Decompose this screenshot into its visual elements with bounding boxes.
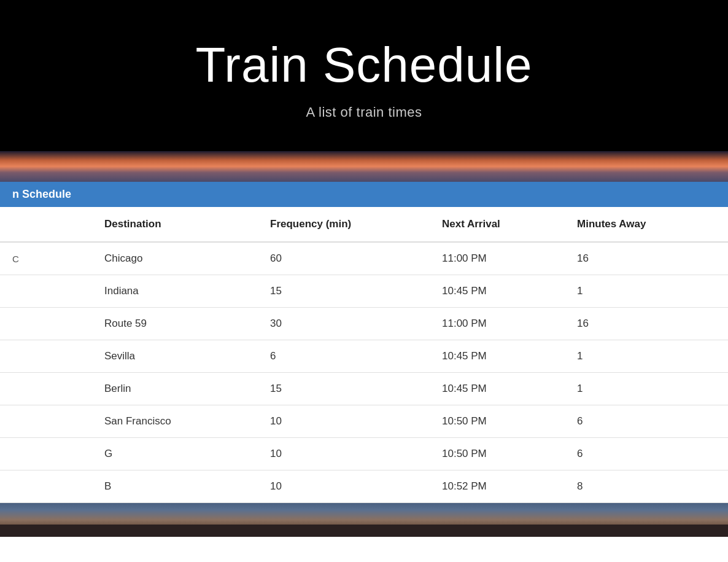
cell-frequency: 10 <box>258 438 430 470</box>
cell-next-arrival: 10:45 PM <box>430 340 565 373</box>
cell-destination: G <box>92 438 258 470</box>
cell-next-arrival: 11:00 PM <box>430 242 565 275</box>
hero-section: Train Schedule A list of train times <box>0 0 728 151</box>
page-title: Train Schedule <box>12 37 716 93</box>
schedule-table: Destination Frequency (min) Next Arrival… <box>0 207 728 503</box>
cell-minutes-away: 8 <box>565 470 728 503</box>
table-row: Indiana1510:45 PM1 <box>0 275 728 308</box>
footer-image-strip <box>0 503 728 537</box>
cell-minutes-away: 1 <box>565 340 728 373</box>
cell-destination: Route 59 <box>92 308 258 340</box>
table-body: CChicago6011:00 PM16Indiana1510:45 PM1Ro… <box>0 242 728 503</box>
cell-name <box>0 308 92 340</box>
cell-name <box>0 405 92 438</box>
cell-frequency: 30 <box>258 308 430 340</box>
cell-frequency: 6 <box>258 340 430 373</box>
hero-image-strip <box>0 151 728 182</box>
schedule-table-section: Destination Frequency (min) Next Arrival… <box>0 207 728 503</box>
cell-destination: Chicago <box>92 242 258 275</box>
table-row: Berlin1510:45 PM1 <box>0 373 728 405</box>
col-header-destination: Destination <box>92 207 258 242</box>
cell-minutes-away: 16 <box>565 242 728 275</box>
cell-destination: Berlin <box>92 373 258 405</box>
table-header: Destination Frequency (min) Next Arrival… <box>0 207 728 242</box>
cell-destination: Indiana <box>92 275 258 308</box>
cell-destination: San Francisco <box>92 405 258 438</box>
table-row: CChicago6011:00 PM16 <box>0 242 728 275</box>
nav-label: n Schedule <box>12 188 71 200</box>
cell-name <box>0 340 92 373</box>
cell-name <box>0 373 92 405</box>
cell-next-arrival: 10:45 PM <box>430 275 565 308</box>
cell-minutes-away: 16 <box>565 308 728 340</box>
cell-name <box>0 275 92 308</box>
cell-name <box>0 470 92 503</box>
col-header-next-arrival: Next Arrival <box>430 207 565 242</box>
cell-frequency: 15 <box>258 373 430 405</box>
cell-destination: B <box>92 470 258 503</box>
cell-next-arrival: 10:52 PM <box>430 470 565 503</box>
col-header-minutes-away: Minutes Away <box>565 207 728 242</box>
cell-frequency: 10 <box>258 470 430 503</box>
cell-minutes-away: 6 <box>565 405 728 438</box>
cell-minutes-away: 1 <box>565 275 728 308</box>
table-row: G1010:50 PM6 <box>0 438 728 470</box>
col-header-frequency: Frequency (min) <box>258 207 430 242</box>
cell-frequency: 15 <box>258 275 430 308</box>
table-row: Route 593011:00 PM16 <box>0 308 728 340</box>
cell-frequency: 10 <box>258 405 430 438</box>
table-row: B1010:52 PM8 <box>0 470 728 503</box>
cell-minutes-away: 6 <box>565 438 728 470</box>
cell-name: C <box>0 242 92 275</box>
col-header-name <box>0 207 92 242</box>
cell-frequency: 60 <box>258 242 430 275</box>
cell-destination: Sevilla <box>92 340 258 373</box>
page-subtitle: A list of train times <box>12 104 716 120</box>
table-row: Sevilla610:45 PM1 <box>0 340 728 373</box>
cell-name <box>0 438 92 470</box>
cell-next-arrival: 10:50 PM <box>430 405 565 438</box>
table-row: San Francisco1010:50 PM6 <box>0 405 728 438</box>
cell-next-arrival: 11:00 PM <box>430 308 565 340</box>
nav-bar: n Schedule <box>0 182 728 207</box>
cell-minutes-away: 1 <box>565 373 728 405</box>
cell-next-arrival: 10:45 PM <box>430 373 565 405</box>
cell-next-arrival: 10:50 PM <box>430 438 565 470</box>
